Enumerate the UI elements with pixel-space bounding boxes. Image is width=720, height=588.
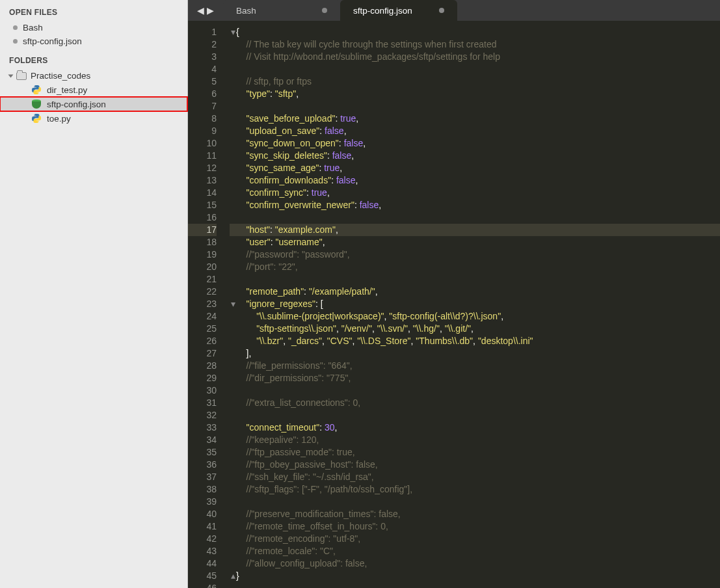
python-icon [31, 85, 42, 95]
nav-back-icon[interactable]: ◀ [197, 5, 204, 16]
gutter: 1234567891011121314151617181920212223242… [188, 21, 224, 588]
tab-label: Bash [236, 6, 256, 16]
disclosure-triangle-icon [8, 74, 14, 77]
open-file-label: Bash [23, 23, 43, 33]
nav-forward-icon[interactable]: ▶ [207, 5, 214, 16]
sidebar: OPEN FILES Bashsftp-config.json FOLDERS … [0, 0, 188, 588]
folder-icon [16, 72, 27, 80]
tab-label: sftp-config.json [353, 6, 412, 16]
open-file-label: sftp-config.json [23, 36, 82, 46]
file-label: dir_test.py [47, 85, 87, 95]
file-item-dir_test.py[interactable]: dir_test.py [0, 83, 187, 97]
file-item-sftp-config.json[interactable]: sftp-config.json [0, 97, 187, 111]
file-label: toe.py [47, 114, 71, 124]
python-icon [31, 113, 42, 124]
open-file-item[interactable]: sftp-config.json [0, 34, 187, 48]
editor[interactable]: 1234567891011121314151617181920212223242… [188, 21, 720, 588]
folder-files: dir_test.pysftp-config.jsontoe.py [0, 83, 187, 126]
modified-dot-icon [13, 39, 18, 44]
folder-root[interactable]: Practise_codes [0, 69, 187, 83]
tab-bar: ◀ ▶ Bashsftp-config.json [188, 0, 720, 21]
folder-label: Practise_codes [31, 71, 90, 81]
database-icon [31, 99, 42, 109]
modified-dot-icon [13, 25, 18, 30]
modified-dot-icon [322, 8, 327, 13]
open-file-item[interactable]: Bash [0, 21, 187, 34]
folders-title: FOLDERS [0, 48, 187, 69]
file-label: sftp-config.json [47, 100, 106, 109]
main: ◀ ▶ Bashsftp-config.json 123456789101112… [188, 0, 720, 588]
tab-sftp-config.json[interactable]: sftp-config.json [340, 0, 457, 21]
file-item-toe.py[interactable]: toe.py [0, 111, 187, 126]
nav-arrows: ◀ ▶ [188, 0, 223, 21]
fold-icon[interactable]: ▴ [230, 570, 236, 582]
open-files-title: OPEN FILES [0, 0, 187, 21]
modified-dot-icon [439, 8, 444, 13]
code-area[interactable]: ▾{ // The tab key will cycle through the… [224, 21, 720, 588]
fold-icon[interactable]: ▾ [230, 298, 236, 310]
fold-icon[interactable]: ▾ [230, 26, 236, 38]
open-files-list: Bashsftp-config.json [0, 21, 187, 48]
tab-Bash[interactable]: Bash [223, 0, 340, 21]
